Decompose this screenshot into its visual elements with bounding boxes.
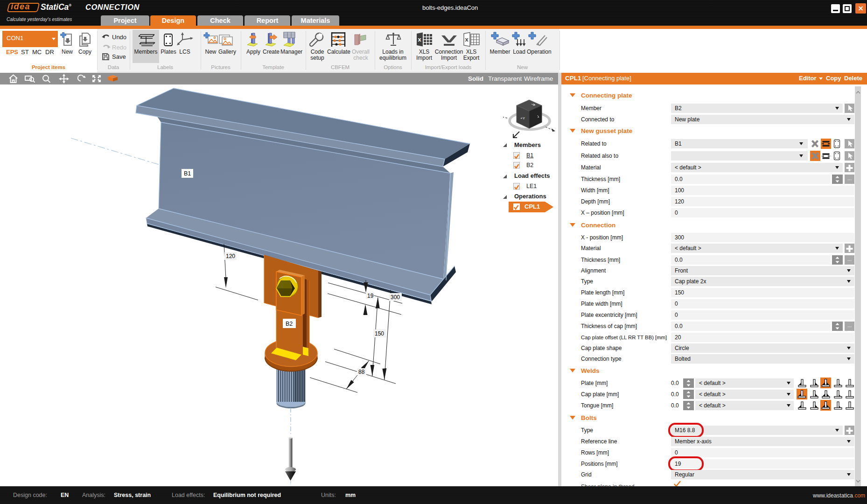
svg-text:88: 88 (358, 369, 365, 375)
svg-text:19: 19 (367, 293, 374, 299)
svg-text:B2: B2 (286, 321, 293, 327)
svg-text:B1: B1 (184, 170, 191, 177)
svg-text:120: 120 (226, 253, 235, 259)
svg-text:+Y: +Y (520, 116, 525, 120)
svg-text:x: x (418, 36, 422, 43)
svg-text:x: x (465, 36, 469, 43)
svg-text:300: 300 (391, 294, 400, 301)
svg-text:150: 150 (375, 330, 384, 337)
